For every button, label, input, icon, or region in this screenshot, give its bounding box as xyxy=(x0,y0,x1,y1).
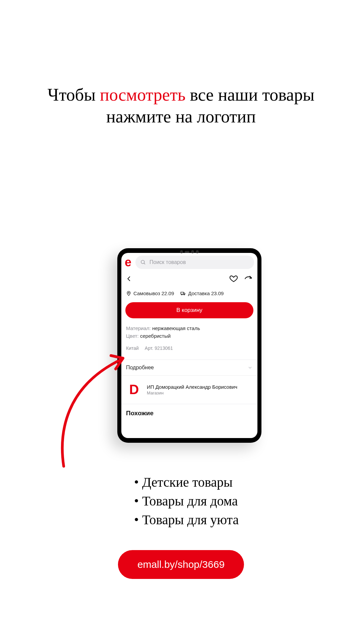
svg-point-0 xyxy=(141,260,144,264)
product-meta: Китай Арт. 9213061 xyxy=(121,345,257,351)
seller-subtitle: Магазин xyxy=(147,390,253,395)
svg-rect-3 xyxy=(181,292,184,294)
similar-heading: Похожие xyxy=(121,404,257,417)
tablet-camera-notch xyxy=(180,250,199,253)
seller-name: ИП Доморацкий Александр Борисович xyxy=(147,384,253,390)
list-item: Детские товары xyxy=(134,473,239,492)
headline-part2: все наши товары xyxy=(185,85,314,104)
search-placeholder: Поиск товаров xyxy=(149,259,186,265)
heart-icon[interactable] xyxy=(229,274,238,283)
search-icon xyxy=(140,259,146,265)
nav-row xyxy=(121,271,257,284)
list-item: Товары для дома xyxy=(134,492,239,511)
article-number: Арт. 9213061 xyxy=(145,345,173,351)
pickup-info: Самовывоз 22.09 xyxy=(126,290,174,296)
tablet-screen: e Поиск товаров xyxy=(121,253,257,438)
delivery-info: Доставка 23.09 xyxy=(180,290,224,296)
material-label: Материал: xyxy=(126,325,151,331)
headline: Чтобы посмотреть все наши товары нажмите… xyxy=(0,84,362,127)
app-logo[interactable]: e xyxy=(125,256,131,268)
country: Китай xyxy=(126,345,139,351)
tablet-frame: e Поиск товаров xyxy=(117,248,261,443)
seller-row[interactable]: D ИП Доморацкий Александр Борисович Мага… xyxy=(121,376,257,404)
color-value: серебристый xyxy=(140,333,171,339)
shop-url-button[interactable]: emall.by/shop/3669 xyxy=(118,550,244,579)
color-label: Цвет: xyxy=(126,333,139,339)
svg-point-4 xyxy=(182,294,182,295)
cart-button-label: В корзину xyxy=(176,307,202,314)
truck-icon xyxy=(180,291,186,296)
svg-line-1 xyxy=(144,263,145,264)
search-input[interactable]: Поиск товаров xyxy=(135,256,254,269)
svg-point-2 xyxy=(128,292,129,293)
share-icon[interactable] xyxy=(244,274,253,283)
delivery-label: Доставка 23.09 xyxy=(188,290,224,296)
delivery-row: Самовывоз 22.09 Доставка 23.09 xyxy=(121,284,257,301)
headline-accent: посмотреть xyxy=(100,85,185,104)
shop-url-text: emall.by/shop/3669 xyxy=(137,559,225,570)
pickup-label: Самовывоз 22.09 xyxy=(133,290,174,296)
material-value: нержавеющая сталь xyxy=(152,325,200,331)
category-list: Детские товары Товары для дома Товары дл… xyxy=(134,473,239,529)
app-header: e Поиск товаров xyxy=(121,253,257,271)
add-to-cart-button[interactable]: В корзину xyxy=(125,302,253,318)
more-details-row[interactable]: Подробнее xyxy=(121,360,257,376)
back-icon[interactable] xyxy=(126,275,132,283)
headline-part1: Чтобы xyxy=(48,85,100,104)
more-label: Подробнее xyxy=(126,365,154,371)
chevron-down-icon xyxy=(247,365,253,370)
product-specs: Материал: нержавеющая сталь Цвет: серебр… xyxy=(121,324,257,345)
seller-logo[interactable]: D xyxy=(126,382,142,398)
svg-point-5 xyxy=(184,294,184,295)
list-item: Товары для уюта xyxy=(134,511,239,529)
headline-line2: нажмите на логотип xyxy=(106,107,256,126)
location-icon xyxy=(126,291,131,296)
